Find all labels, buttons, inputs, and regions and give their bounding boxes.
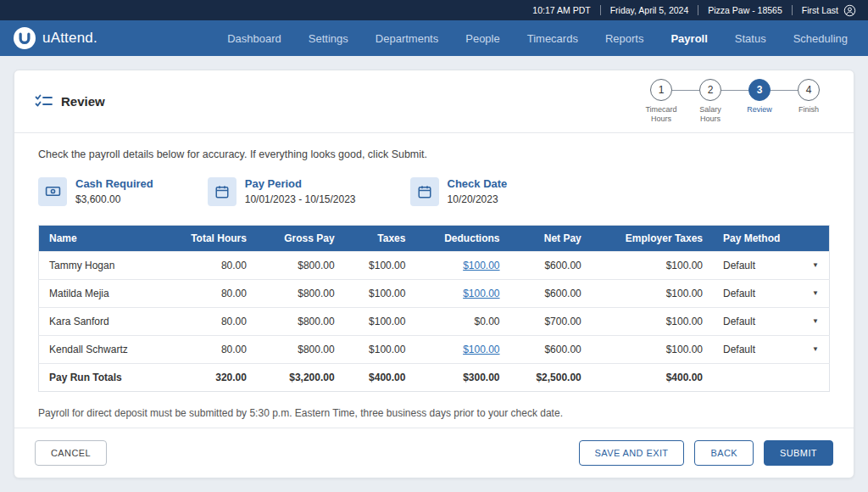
cell-taxes: $100.00 [345,251,416,279]
cell-gross-pay: $800.00 [257,307,345,335]
step-number: 1 [650,79,672,101]
nav-item-people[interactable]: People [465,32,499,45]
stepper-step-timecard-hours[interactable]: 1Timecard Hours [637,79,686,124]
cell-gross-pay: $800.00 [257,279,345,307]
nav-item-payroll[interactable]: Payroll [670,32,707,45]
total-deductions: $300.00 [415,363,509,391]
column-header-total-hours: Total Hours [162,225,257,251]
pay-method-select[interactable]: Default▼ [723,260,819,271]
cell-deductions: $100.00 [415,251,509,279]
nav-item-timecards[interactable]: Timecards [527,32,578,45]
total-net-pay: $2,500.00 [510,363,592,391]
nav-item-departments[interactable]: Departments [376,32,438,45]
summary-value: 10/01/2023 - 10/15/2023 [245,193,356,205]
cell-gross-pay: $800.00 [257,335,345,363]
separator [792,5,793,15]
step-number: 2 [699,79,721,101]
cell-total-hours: 80.00 [162,307,257,335]
total-employer-taxes: $400.00 [592,363,713,391]
step-number: 3 [748,79,771,101]
column-header-name: Name [39,225,163,251]
stepper-step-salary-hours[interactable]: 2Salary Hours [686,79,735,124]
cell-gross-pay: $800.00 [257,251,345,279]
nav-item-status[interactable]: Status [735,32,766,45]
summary-label: Pay Period [245,177,356,190]
deductions-link[interactable]: $100.00 [463,260,499,271]
current-date: Friday, April 5, 2024 [610,5,689,15]
column-header-gross-pay: Gross Pay [257,225,345,251]
summary-label: Cash Required [75,177,153,190]
separator [698,5,698,15]
cell-total-hours: 80.00 [162,279,257,307]
pay-method-value: Default [723,344,755,355]
payroll-table-body: Tammy Hogan80.00$800.00$100.00$100.00$60… [39,251,830,391]
cell-employer-taxes: $100.00 [592,251,713,279]
column-header-deductions: Deductions [415,225,509,251]
total-taxes: $400.00 [345,363,416,391]
summary-text: Cash Required $3,600.00 [75,177,153,205]
column-header-taxes: Taxes [345,225,416,251]
pay-method-select[interactable]: Default▼ [723,316,819,327]
pay-method-select[interactable]: Default▼ [723,288,819,299]
save-and-exit-button[interactable]: SAVE AND EXIT [579,440,685,466]
user-icon [843,4,856,17]
cell-pay-method: Default▼ [713,335,829,363]
chevron-down-icon: ▼ [812,317,819,325]
pay-method-value: Default [723,260,755,271]
table-row: Kara Sanford80.00$800.00$100.00$0.00$700… [39,307,830,335]
cancel-button[interactable]: CANCEL [35,440,107,466]
payroll-table: NameTotal HoursGross PayTaxesDeductionsN… [38,225,830,392]
instruction-text: Check the payroll details below for accu… [38,148,830,160]
cell-total-hours: 80.00 [162,335,257,363]
deductions-link[interactable]: $100.00 [463,344,499,355]
cell-employer-taxes: $100.00 [592,307,713,335]
page-title: Review [61,94,105,109]
nav-item-scheduling[interactable]: Scheduling [793,32,848,45]
pay-method-value: Default [723,316,755,327]
totals-row: Pay Run Totals320.00$3,200.00$400.00$300… [39,363,830,391]
review-checklist-icon [35,94,53,109]
cell-net-pay: $600.00 [510,335,592,363]
calendar-icon [208,177,236,206]
summary-value: $3,600.00 [75,193,153,205]
stepper-step-finish[interactable]: 4Finish [784,79,833,115]
nav-item-dashboard[interactable]: Dashboard [227,32,281,45]
cell-net-pay: $600.00 [510,279,592,307]
cell-pay-method: Default▼ [713,307,829,335]
pay-method-select[interactable]: Default▼ [723,344,819,355]
step-label: Salary Hours [688,105,732,124]
stepper-step-review[interactable]: 3Review [735,79,784,115]
column-header-employer-taxes: Employer Taxes [592,225,713,251]
payroll-summary: Cash Required $3,600.00 Pay Period 10/01… [38,177,830,206]
cell-total-hours: 80.00 [162,251,257,279]
uattend-logo-icon [14,27,36,49]
cell-name: Kendall Schwartz [39,335,163,363]
table-row: Kendall Schwartz80.00$800.00$100.00$100.… [39,335,830,363]
footer-right-actions: SAVE AND EXIT BACK SUBMIT [579,440,833,466]
cell-taxes: $100.00 [345,307,416,335]
back-button[interactable]: BACK [694,440,754,466]
card-body: Check the payroll details below for accu… [14,133,854,428]
submit-button[interactable]: SUBMIT [764,440,833,466]
card-header: Review 1Timecard Hours2Salary Hours3Revi… [14,70,854,133]
total-total-hours: 320.00 [162,363,257,391]
table-row: Tammy Hogan80.00$800.00$100.00$100.00$60… [39,251,830,279]
cell-name: Matilda Mejia [39,279,163,307]
nav-item-settings[interactable]: Settings [309,32,348,45]
nav-item-reports[interactable]: Reports [605,32,644,45]
brand-name: uAttend. [42,30,97,47]
table-header-row: NameTotal HoursGross PayTaxesDeductionsN… [39,225,830,251]
deductions-link[interactable]: $100.00 [463,288,499,299]
cell-deductions: $100.00 [415,279,509,307]
check-date-summary: Check Date 10/20/2023 [410,177,508,206]
brand[interactable]: uAttend. [14,27,97,49]
step-label: Timecard Hours [639,105,683,124]
pay-method-value: Default [723,288,755,299]
total-gross-pay: $3,200.00 [257,363,345,391]
cell-employer-taxes: $100.00 [592,335,713,363]
navbar: uAttend. DashboardSettingsDepartmentsPeo… [0,20,868,56]
column-header-net-pay: Net Pay [510,225,592,251]
summary-text: Pay Period 10/01/2023 - 10/15/2023 [245,177,356,205]
user-menu[interactable]: First Last [802,4,856,17]
title-wrap: Review [35,94,105,109]
